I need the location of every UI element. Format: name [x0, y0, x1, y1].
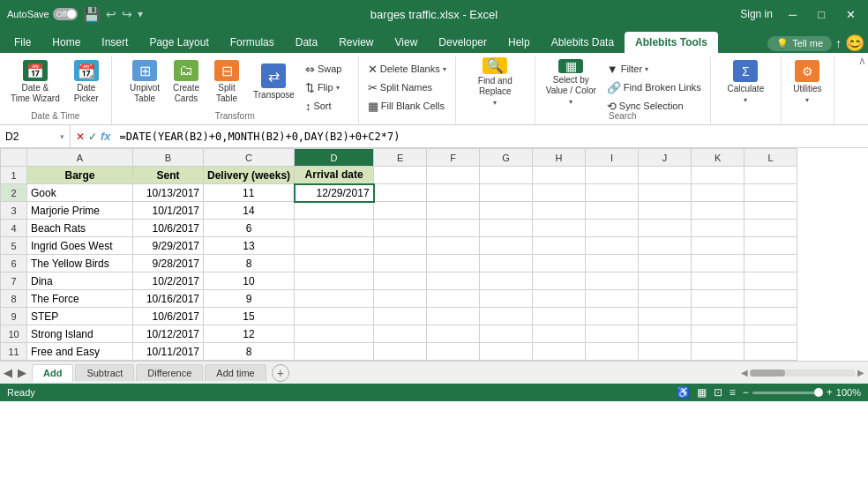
- cell-J4[interactable]: [639, 220, 692, 237]
- col-header-F[interactable]: F: [427, 149, 480, 167]
- scrollbar-thumb[interactable]: [750, 369, 785, 377]
- col-header-A[interactable]: A: [27, 149, 133, 167]
- cell-A9[interactable]: STEP: [27, 308, 133, 325]
- tab-data[interactable]: Data: [285, 32, 328, 53]
- cell-E5[interactable]: [374, 237, 427, 255]
- cell-E8[interactable]: [374, 290, 427, 308]
- tab-home[interactable]: Home: [41, 32, 91, 53]
- cell-L7[interactable]: [745, 272, 797, 290]
- autosave-control[interactable]: AutoSave Off: [7, 8, 78, 20]
- cell-A8[interactable]: The Force: [27, 290, 133, 308]
- cell-C1[interactable]: Delivery (weeks): [204, 167, 295, 184]
- cell-A6[interactable]: The Yellow Birds: [27, 255, 133, 272]
- undo-icon[interactable]: ↩: [106, 7, 116, 21]
- name-box[interactable]: D2 ▾: [0, 125, 71, 147]
- cell-B2[interactable]: 10/13/2017: [133, 184, 204, 202]
- scrollbar-track[interactable]: [750, 369, 856, 377]
- cell-C10[interactable]: 12: [204, 325, 295, 343]
- cell-C3[interactable]: 14: [204, 202, 295, 220]
- tab-file[interactable]: File: [4, 32, 41, 53]
- cell-D4[interactable]: [295, 220, 374, 237]
- cell-D7[interactable]: [295, 272, 374, 290]
- col-header-H[interactable]: H: [533, 149, 586, 167]
- insert-function-icon[interactable]: fx: [101, 130, 111, 143]
- cell-G7[interactable]: [480, 272, 533, 290]
- row-num-2[interactable]: 2: [1, 184, 27, 202]
- cell-E4[interactable]: [374, 220, 427, 237]
- sheet-tab-subtract[interactable]: Subtract: [75, 364, 134, 381]
- cell-J10[interactable]: [639, 325, 692, 343]
- cell-H3[interactable]: [533, 202, 586, 220]
- cell-H5[interactable]: [533, 237, 586, 255]
- cell-L8[interactable]: [745, 290, 797, 308]
- sheet-nav-right[interactable]: ▶: [18, 366, 26, 379]
- cell-L11[interactable]: [745, 343, 797, 361]
- cell-G2[interactable]: [480, 184, 533, 202]
- cell-B8[interactable]: 10/16/2017: [133, 290, 204, 308]
- cell-A3[interactable]: Marjorie Prime: [27, 202, 133, 220]
- page-break-view-icon[interactable]: ≡: [730, 386, 736, 399]
- cell-A1[interactable]: Barge: [27, 167, 133, 184]
- cell-F7[interactable]: [427, 272, 480, 290]
- col-header-E[interactable]: E: [374, 149, 427, 167]
- cell-H9[interactable]: [533, 308, 586, 325]
- cell-D8[interactable]: [295, 290, 374, 308]
- col-header-L[interactable]: L: [745, 149, 797, 167]
- horizontal-scrollbar[interactable]: ◀ ▶: [741, 368, 864, 377]
- col-header-K[interactable]: K: [692, 149, 745, 167]
- cell-I9[interactable]: [586, 308, 639, 325]
- cell-D5[interactable]: [295, 237, 374, 255]
- sheet-tab-difference[interactable]: Difference: [136, 364, 203, 381]
- cell-L3[interactable]: [745, 202, 797, 220]
- cell-J5[interactable]: [639, 237, 692, 255]
- cell-D3[interactable]: [295, 202, 374, 220]
- cell-F5[interactable]: [427, 237, 480, 255]
- cell-C11[interactable]: 8: [204, 343, 295, 361]
- cell-B1[interactable]: Sent: [133, 167, 204, 184]
- col-header-J[interactable]: J: [639, 149, 692, 167]
- row-num-8[interactable]: 8: [1, 290, 27, 308]
- cell-I6[interactable]: [586, 255, 639, 272]
- zoom-in-button[interactable]: +: [827, 386, 833, 399]
- cell-L5[interactable]: [745, 237, 797, 255]
- cell-D1[interactable]: Arrival date: [295, 167, 374, 184]
- zoom-slider[interactable]: [752, 392, 823, 394]
- unpivot-table-button[interactable]: ⊞ UnpivotTable: [124, 56, 165, 108]
- cell-C9[interactable]: 15: [204, 308, 295, 325]
- row-num-1[interactable]: 1: [1, 167, 27, 184]
- utilities-button[interactable]: ⚙ Utilities ▾: [788, 56, 827, 108]
- cell-F6[interactable]: [427, 255, 480, 272]
- cell-D10[interactable]: [295, 325, 374, 343]
- cell-J1[interactable]: [639, 167, 692, 184]
- cell-E11[interactable]: [374, 343, 427, 361]
- formula-input[interactable]: =DATE(YEAR(B2)+0,MONTH(B2)+0,DAY(B2)+0+C…: [116, 131, 868, 143]
- scroll-right-icon[interactable]: ▶: [857, 368, 864, 377]
- autosave-toggle[interactable]: Off: [53, 8, 78, 20]
- cell-A2[interactable]: Gook: [27, 184, 133, 202]
- row-num-9[interactable]: 9: [1, 308, 27, 325]
- cell-L2[interactable]: [745, 184, 797, 202]
- scroll-left-icon[interactable]: ◀: [741, 368, 748, 377]
- minimize-button[interactable]: ─: [783, 6, 802, 23]
- cell-H8[interactable]: [533, 290, 586, 308]
- cell-J9[interactable]: [639, 308, 692, 325]
- tab-ablebits-tools[interactable]: Ablebits Tools: [625, 32, 718, 53]
- split-names-button[interactable]: ✂ Split Names: [364, 78, 450, 96]
- cell-A11[interactable]: Free and Easy: [27, 343, 133, 361]
- cell-K2[interactable]: [692, 184, 745, 202]
- cell-C7[interactable]: 10: [204, 272, 295, 290]
- cell-F10[interactable]: [427, 325, 480, 343]
- row-num-10[interactable]: 10: [1, 325, 27, 343]
- cell-I11[interactable]: [586, 343, 639, 361]
- cell-J8[interactable]: [639, 290, 692, 308]
- swap-button[interactable]: ⇔ Swap: [302, 60, 346, 78]
- col-header-C[interactable]: C: [204, 149, 295, 167]
- cell-H4[interactable]: [533, 220, 586, 237]
- cell-D9[interactable]: [295, 308, 374, 325]
- cell-D6[interactable]: [295, 255, 374, 272]
- tab-help[interactable]: Help: [498, 32, 541, 53]
- select-by-value-button[interactable]: ▦ Select byValue / Color ▾: [541, 56, 602, 108]
- row-num-6[interactable]: 6: [1, 255, 27, 272]
- cell-I3[interactable]: [586, 202, 639, 220]
- cell-H11[interactable]: [533, 343, 586, 361]
